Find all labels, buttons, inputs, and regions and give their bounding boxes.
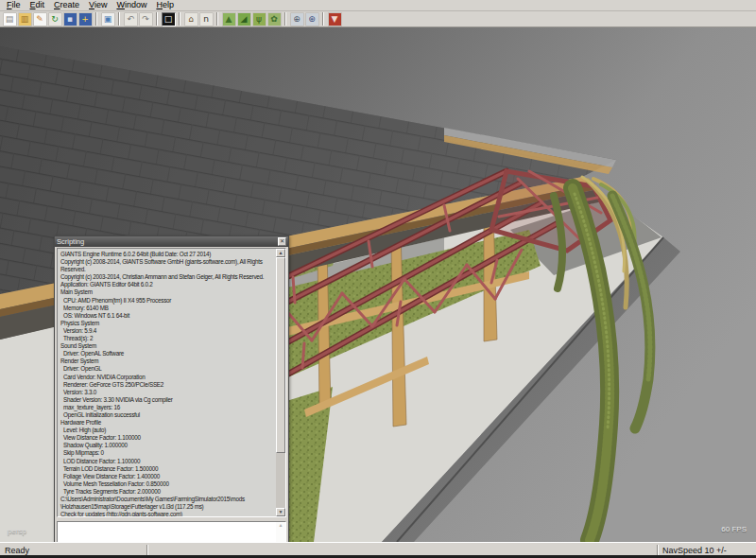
log-line: Thread(s): 2	[60, 335, 275, 342]
menu-item-file[interactable]: File	[2, 0, 26, 10]
log-line: GIANTS Engine Runtime 6.0.2 64bit (Build…	[60, 251, 275, 258]
viewport-3d[interactable]: persp 60 FPS Scripting ✕ GIANTS Engine R…	[0, 27, 756, 542]
log-line: Level: High (auto)	[60, 427, 275, 434]
new-file-icon[interactable]: ▤	[3, 12, 17, 26]
log-line: Version: 5.9.4	[60, 327, 275, 335]
scrollbar-thumb[interactable]	[276, 257, 285, 453]
log-line: Copyright (c) 2003-2014, Christian Amman…	[60, 273, 275, 281]
scroll-up-icon[interactable]: ▲	[276, 522, 285, 531]
toolbar-separator	[322, 12, 324, 26]
log-line: Sound System	[60, 342, 275, 350]
log-line: Memory: 6140 MB	[60, 305, 275, 312]
toolbar-separator	[156, 12, 158, 26]
menu-item-create[interactable]: Create	[49, 0, 84, 10]
log-line: Foliage View Distance Factor: 1.400000	[60, 473, 275, 480]
export-red-icon[interactable]: ▼	[328, 12, 342, 26]
foliage-paint-icon[interactable]: ψ	[252, 12, 266, 26]
physics-gear-icon[interactable]: ⊕	[290, 12, 304, 26]
menu-bar-items: FileEditCreateViewWindowHelp	[2, 0, 179, 10]
detail-paint-icon[interactable]: ✿	[267, 12, 282, 26]
log-line: CPU: AMD Phenom(tm) II X4 955 Processor	[60, 297, 275, 305]
log-line: Render System	[60, 357, 275, 365]
log-line: LOD Distance Factor: 1.100000	[60, 458, 275, 465]
scripting-panel: Scripting ✕ GIANTS Engine Runtime 6.0.2 …	[54, 235, 289, 542]
log-line: Application: GIANTS Editor 64bit 6.0.2	[60, 281, 275, 288]
log-line: Driver: OpenGL	[60, 365, 275, 373]
status-ready: Ready	[0, 546, 146, 555]
log-line: Physics System	[60, 320, 275, 327]
script-input-container: ▲ ▼	[57, 521, 286, 542]
log-line: \Holzhausen15\map\Storage\Futterlager v1…	[60, 503, 275, 511]
log-line: Terrain LOD Distance Factor: 1.500000	[60, 465, 275, 473]
log-line: OpenGL initialization successful	[60, 411, 275, 419]
undo-icon[interactable]: ↶	[124, 12, 138, 26]
render-mode-icon[interactable]: □	[162, 12, 176, 26]
screenshot-icon[interactable]: ▣	[101, 12, 115, 26]
log-line: Reserved.	[60, 266, 275, 273]
log-line: Copyright (c) 2008-2014, GIANTS Software…	[60, 258, 275, 266]
status-separator	[146, 545, 148, 556]
simulate-icon[interactable]: ⊛	[305, 12, 319, 26]
menu-bar: FileEditCreateViewWindowHelp	[0, 0, 756, 11]
toolbar-separator	[95, 12, 97, 26]
menu-item-view[interactable]: View	[84, 0, 112, 10]
menu-item-edit[interactable]: Edit	[26, 0, 50, 10]
letter-n-icon[interactable]: n	[199, 12, 214, 26]
terrain-sculpt-icon[interactable]: ▲	[222, 12, 236, 26]
camera-label: persp	[8, 527, 26, 535]
log-line: Tyre Tracks Segments Factor: 2.000000	[60, 488, 275, 496]
toolbar-separator	[216, 12, 218, 26]
log-line: Skip Mipmaps: 0	[60, 449, 275, 457]
giants-editor-window: FileEditCreateViewWindowHelp ▤▥✎↻▪+▣↶↷□⌂…	[0, 0, 756, 558]
toolbar-separator	[118, 12, 120, 26]
edit-file-icon[interactable]: ✎	[33, 12, 47, 26]
script-input[interactable]	[58, 522, 276, 542]
log-line: View Distance Factor: 1.100000	[60, 434, 275, 442]
log-line: OS: Windows NT 6.1 64-bit	[60, 312, 275, 320]
reload-icon[interactable]: ↻	[48, 12, 62, 26]
scripting-title-bar[interactable]: Scripting ✕	[55, 236, 288, 247]
script-log-scrollbar[interactable]: ▲ ▼	[276, 249, 285, 516]
log-line: Shader Version: 3.30 NVIDIA via Cg compi…	[60, 396, 275, 404]
log-line: Driver: OpenAL Software	[60, 350, 275, 357]
log-line: Main System	[60, 288, 275, 296]
close-icon[interactable]: ✕	[278, 237, 286, 246]
scripting-title: Scripting	[57, 237, 278, 247]
log-line: Volume Mesh Tessellation Factor: 0.85000…	[60, 480, 275, 488]
scrollbar-track[interactable]	[276, 257, 285, 508]
log-line: Hardware Profile	[60, 419, 275, 427]
script-log-container: GIANTS Engine Runtime 6.0.2 64bit (Build…	[57, 248, 286, 517]
scroll-down-icon[interactable]: ▼	[276, 508, 285, 516]
log-line: Version: 3.3.0	[60, 389, 275, 396]
terrain-paint-icon[interactable]: ◢	[237, 12, 251, 26]
toolbar-separator	[179, 12, 180, 26]
log-line: max_texture_layers: 16	[60, 404, 275, 411]
open-file-icon[interactable]: ▥	[18, 12, 32, 26]
log-line: Card Vendor: NVIDIA Corporation	[60, 374, 275, 381]
redo-icon[interactable]: ↷	[139, 12, 153, 26]
log-line: Renderer: GeForce GTS 250/PCIe/SSE2	[60, 381, 275, 389]
toolbar-separator	[284, 12, 286, 26]
status-bar: Ready NavSpeed 10 +/-	[0, 542, 756, 558]
home-camera-icon[interactable]: ⌂	[184, 12, 198, 26]
fps-counter: 60 FPS	[721, 525, 747, 533]
toolbar: ▤▥✎↻▪+▣↶↷□⌂n▲◢ψ✿⊕⊛▼	[0, 11, 756, 27]
log-line: C:\Users\Administrator\Documents\My Game…	[60, 496, 275, 503]
log-line: Check for updates (http://gdn.giants-sof…	[60, 511, 275, 516]
script-log[interactable]: GIANTS Engine Runtime 6.0.2 64bit (Build…	[59, 250, 275, 516]
save-icon[interactable]: ▪	[63, 12, 77, 26]
script-input-scrollbar[interactable]: ▲ ▼	[276, 522, 285, 542]
menu-item-help[interactable]: Help	[151, 0, 179, 10]
log-line: Shadow Quality: 1.000000	[60, 442, 275, 449]
scroll-up-icon[interactable]: ▲	[276, 249, 285, 257]
nav-speed-indicator: NavSpeed 10 +/-	[659, 546, 756, 555]
save-as-icon[interactable]: +	[78, 12, 93, 26]
menu-item-window[interactable]: Window	[112, 0, 151, 10]
